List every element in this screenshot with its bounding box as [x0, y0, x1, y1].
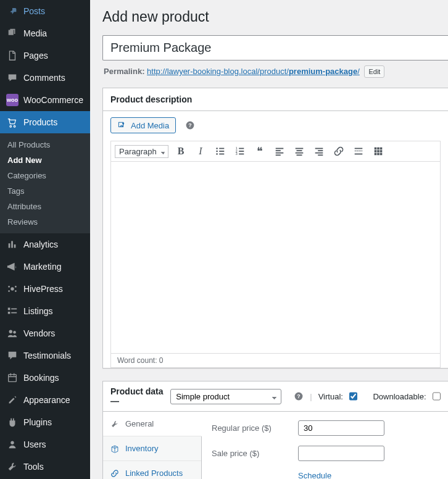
- downloadable-checkbox[interactable]: [433, 391, 441, 401]
- sidebar-item-marketing[interactable]: Marketing: [0, 256, 90, 278]
- sidebar-item-bookings[interactable]: Bookings: [0, 367, 90, 389]
- sale-price-label: Sale price ($): [212, 449, 298, 458]
- svg-rect-23: [239, 151, 244, 152]
- svg-rect-36: [315, 152, 323, 154]
- submenu-tags[interactable]: Tags: [0, 183, 90, 199]
- editor-content-area[interactable]: [110, 161, 441, 354]
- align-right-button[interactable]: [312, 144, 326, 159]
- align-left-button[interactable]: [272, 144, 287, 159]
- svg-rect-44: [355, 154, 363, 155]
- svg-text:3: 3: [236, 152, 238, 156]
- schedule-link[interactable]: Schedule: [298, 471, 331, 479]
- permalink-label: Permalink:: [104, 67, 144, 76]
- admin-sidebar: Posts Media Pages Comments woo WooCommer…: [0, 0, 90, 479]
- word-count-label: Word count:: [117, 356, 157, 365]
- sidebar-item-media[interactable]: Media: [0, 22, 90, 44]
- svg-rect-41: [357, 151, 359, 151]
- edit-slug-button[interactable]: Edit: [364, 65, 384, 78]
- sidebar-item-label: Analytics: [23, 240, 58, 249]
- sidebar-item-label: Plugins: [23, 417, 52, 427]
- sidebar-item-label: Testimonials: [23, 351, 71, 360]
- svg-rect-52: [377, 153, 380, 156]
- add-media-button[interactable]: Add Media: [110, 117, 176, 133]
- bookings-icon: [6, 372, 19, 384]
- tools-icon: [6, 460, 19, 473]
- help-icon[interactable]: ?: [185, 120, 196, 131]
- submenu-add-new[interactable]: Add New: [0, 152, 90, 168]
- submenu-categories[interactable]: Categories: [0, 168, 90, 183]
- products-submenu: All Products Add New Categories Tags Att…: [0, 133, 90, 233]
- add-media-label: Add Media: [131, 121, 169, 130]
- svg-rect-49: [377, 150, 380, 152]
- product-title-input[interactable]: [102, 35, 448, 60]
- svg-point-4: [15, 290, 17, 292]
- sidebar-item-woocommerce[interactable]: woo WooCommerce: [0, 89, 90, 111]
- bold-button[interactable]: B: [173, 144, 188, 159]
- virtual-checkbox[interactable]: [349, 391, 358, 401]
- svg-rect-51: [375, 153, 377, 156]
- sidebar-item-label: Pages: [23, 51, 48, 60]
- format-select[interactable]: Paragraph: [115, 145, 168, 158]
- product-icon: [6, 116, 19, 128]
- product-type-select[interactable]: Simple product: [170, 389, 281, 404]
- italic-button[interactable]: I: [193, 144, 208, 159]
- svg-rect-7: [9, 375, 17, 382]
- sidebar-item-label: HivePress: [23, 284, 63, 294]
- sidebar-item-posts[interactable]: Posts: [0, 0, 90, 22]
- permalink-row: Permalink: http://lawyer-booking-blog.lo…: [104, 65, 448, 78]
- sidebar-item-products[interactable]: Products: [0, 111, 90, 133]
- blockquote-button[interactable]: ❝: [252, 144, 267, 159]
- svg-rect-50: [380, 150, 383, 152]
- general-panel: Regular price ($) Sale price ($) Schedul…: [202, 412, 448, 479]
- svg-rect-27: [276, 150, 281, 151]
- sidebar-item-analytics[interactable]: Analytics: [0, 233, 90, 256]
- svg-rect-34: [315, 148, 323, 149]
- tab-inventory[interactable]: Inventory: [103, 436, 201, 461]
- svg-rect-42: [359, 151, 361, 151]
- tab-linked-products[interactable]: Linked Products: [103, 461, 201, 479]
- regular-price-label: Regular price ($): [212, 423, 298, 433]
- sidebar-item-pages[interactable]: Pages: [0, 44, 90, 67]
- sidebar-item-testimonials[interactable]: Testimonials: [0, 344, 90, 367]
- link-button[interactable]: [331, 144, 346, 159]
- sidebar-item-listings[interactable]: Listings: [0, 300, 90, 322]
- sidebar-item-label: Comments: [23, 73, 65, 83]
- sidebar-item-plugins[interactable]: Plugins: [0, 411, 90, 433]
- editor-status-bar: Word count: 0: [110, 354, 441, 368]
- numbered-list-button[interactable]: 123: [233, 144, 247, 159]
- bullet-list-button[interactable]: [213, 144, 228, 159]
- link-icon: [110, 469, 120, 478]
- plugins-icon: [6, 416, 19, 428]
- svg-text:?: ?: [297, 393, 301, 399]
- submenu-reviews[interactable]: Reviews: [0, 214, 90, 230]
- wrench-icon: [110, 420, 120, 428]
- sidebar-item-users[interactable]: Users: [0, 433, 90, 456]
- align-center-button[interactable]: [292, 144, 307, 159]
- sidebar-item-tools[interactable]: Tools: [0, 456, 90, 478]
- submenu-all-products[interactable]: All Products: [0, 137, 90, 152]
- pin-icon: [6, 5, 19, 17]
- svg-rect-43: [362, 151, 363, 151]
- toolbar-toggle-button[interactable]: [371, 144, 386, 159]
- permalink-link[interactable]: http://lawyer-booking-blog.local/product…: [147, 67, 360, 76]
- sidebar-item-appearance[interactable]: Appearance: [0, 389, 90, 411]
- sidebar-item-comments[interactable]: Comments: [0, 67, 90, 89]
- sidebar-item-vendors[interactable]: Vendors: [0, 322, 90, 344]
- tab-general[interactable]: General: [103, 412, 202, 436]
- svg-rect-46: [377, 148, 380, 150]
- svg-rect-30: [296, 148, 304, 149]
- svg-point-1: [8, 286, 10, 288]
- help-icon[interactable]: ?: [294, 391, 304, 402]
- product-data-tabs: General Inventory Linked Products: [103, 412, 202, 479]
- regular-price-input[interactable]: [298, 420, 384, 436]
- submenu-attributes[interactable]: Attributes: [0, 199, 90, 214]
- svg-rect-53: [380, 153, 383, 156]
- svg-rect-26: [276, 148, 284, 149]
- read-more-button[interactable]: [351, 144, 366, 159]
- media-add-icon: [117, 120, 127, 130]
- svg-rect-47: [380, 148, 383, 150]
- sidebar-item-label: Products: [23, 117, 57, 127]
- product-data-box: Product data — Simple product ? | Virtua…: [102, 381, 448, 479]
- sale-price-input[interactable]: [298, 446, 384, 461]
- sidebar-item-hivepress[interactable]: HivePress: [0, 278, 90, 300]
